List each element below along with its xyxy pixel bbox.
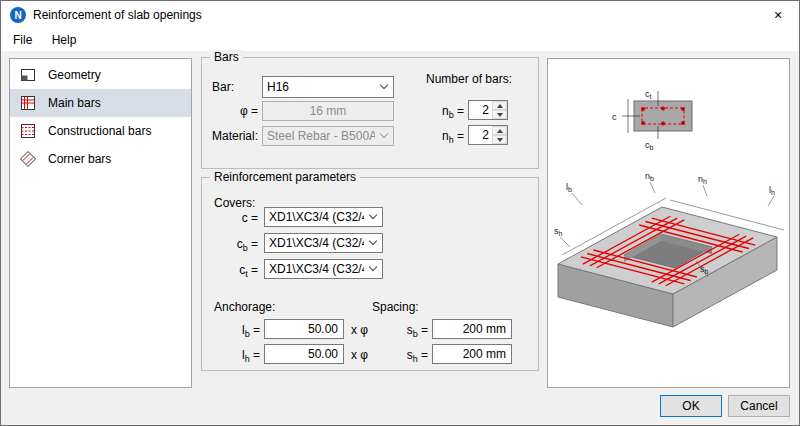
sidebar-item-label: Geometry — [48, 68, 101, 82]
ok-button[interactable]: OK — [660, 395, 722, 417]
sh-input[interactable] — [432, 344, 512, 364]
cover-cb-label: cb = — [218, 237, 258, 251]
triangle-up-icon — [497, 129, 503, 133]
close-icon: × — [774, 7, 782, 23]
nb-label: nb = — [428, 104, 464, 118]
bar-label: Bar: — [212, 80, 234, 94]
window-title: Reinforcement of slab openings — [33, 1, 202, 29]
chevron-down-icon — [380, 130, 388, 138]
sidebar-item-constructional-bars[interactable]: Constructional bars — [10, 117, 191, 145]
lh-suffix: x φ — [351, 348, 368, 362]
sidebar-item-geometry[interactable]: Geometry — [10, 61, 191, 89]
cover-cb-combobox[interactable]: XD1\XC3/4 (C32/40,( — [264, 233, 383, 253]
cover-c-label: c = — [218, 211, 258, 225]
sh-label: sh = — [396, 348, 428, 362]
nh-label: nh = — [428, 129, 464, 143]
category-list: Geometry Main bars Constructional bars — [9, 58, 192, 388]
lb-label: lb = — [228, 323, 260, 337]
spinner-buttons — [492, 126, 507, 144]
nb-spinner[interactable]: 2 — [468, 100, 508, 120]
material-label: Material: — [212, 129, 258, 143]
label-lh: lh — [769, 185, 775, 196]
spin-up-button[interactable] — [492, 126, 507, 135]
dialog-reinforcement-of-slab-openings: N Reinforcement of slab openings × File … — [0, 0, 800, 426]
spin-up-button[interactable] — [492, 101, 507, 110]
title-bar: N Reinforcement of slab openings × — [1, 1, 799, 29]
corner-bars-icon — [18, 149, 38, 169]
bars-group-title: Bars — [210, 50, 243, 64]
cancel-button[interactable]: Cancel — [728, 395, 790, 417]
spin-down-button[interactable] — [492, 135, 507, 144]
sidebar-item-label: Corner bars — [48, 152, 111, 166]
menu-file[interactable]: File — [5, 29, 40, 51]
spacing-label: Spacing: — [372, 300, 419, 314]
label-nb: nb — [645, 171, 654, 182]
lb-suffix: x φ — [351, 323, 368, 337]
sb-label: sb = — [396, 323, 428, 337]
app-logo-icon: N — [10, 7, 26, 23]
constructional-bars-icon — [18, 121, 38, 141]
menu-bar: File Help — [1, 29, 799, 51]
slab-preview-drawing: ct c cb — [548, 59, 789, 387]
lb-input[interactable] — [264, 319, 344, 339]
preview-panel: ct c cb — [547, 58, 790, 388]
chevron-down-icon — [369, 263, 377, 271]
label-cb: cb — [645, 140, 654, 151]
spin-down-button[interactable] — [492, 110, 507, 119]
label-c: c — [612, 112, 617, 122]
main-bars-icon — [18, 93, 38, 113]
reinforcement-parameters-group: Reinforcement parameters Covers: c = XD1… — [201, 177, 539, 371]
reinforcement-parameters-title: Reinforcement parameters — [210, 170, 360, 184]
nh-spinner[interactable]: 2 — [468, 125, 508, 145]
triangle-down-icon — [497, 113, 503, 117]
sb-input[interactable] — [432, 319, 512, 339]
nh-value: 2 — [469, 126, 492, 144]
cover-ct-label: ct = — [218, 263, 258, 277]
label-sh: sh — [554, 226, 563, 237]
triangle-down-icon — [497, 138, 503, 142]
covers-label: Covers: — [214, 196, 255, 210]
nb-value: 2 — [469, 101, 492, 119]
geometry-icon — [18, 65, 38, 85]
cover-cb-value: XD1\XC3/4 (C32/40,( — [269, 236, 364, 250]
anchorage-label: Anchorage: — [214, 300, 275, 314]
chevron-down-icon — [380, 81, 388, 89]
phi-label: φ = — [214, 104, 258, 118]
sidebar-item-main-bars[interactable]: Main bars — [10, 89, 191, 117]
cover-c-value: XD1\XC3/4 (C32/40,( — [269, 210, 364, 224]
cover-c-combobox[interactable]: XD1\XC3/4 (C32/40,( — [264, 207, 383, 227]
material-combobox: Steel Rebar - B500A, — [262, 126, 394, 146]
menu-help[interactable]: Help — [44, 29, 85, 51]
bars-group: Bars Bar: H16 Number of bars: φ = 16 mm … — [201, 57, 539, 169]
bar-value: H16 — [267, 80, 289, 94]
spinner-buttons — [492, 101, 507, 119]
phi-value-field: 16 mm — [262, 101, 394, 121]
lh-label: lh = — [228, 348, 260, 362]
chevron-down-icon — [369, 211, 377, 219]
bar-combobox[interactable]: H16 — [262, 76, 394, 98]
sidebar-item-label: Main bars — [48, 96, 101, 110]
chevron-down-icon — [369, 237, 377, 245]
label-ct: ct — [645, 89, 652, 100]
cover-ct-value: XD1\XC3/4 (C32/40,( — [269, 262, 364, 276]
lh-input[interactable] — [264, 344, 344, 364]
sidebar-item-corner-bars[interactable]: Corner bars — [10, 145, 191, 173]
section-detail: ct c cb — [612, 89, 692, 151]
sidebar-item-label: Constructional bars — [48, 124, 151, 138]
label-nh: nh — [698, 174, 707, 185]
label-lb: lb — [566, 182, 572, 193]
cover-ct-combobox[interactable]: XD1\XC3/4 (C32/40,( — [264, 259, 383, 279]
triangle-up-icon — [497, 104, 503, 108]
slab-3d — [558, 207, 777, 327]
material-value: Steel Rebar - B500A, — [267, 129, 375, 143]
number-of-bars-label: Number of bars: — [426, 72, 512, 86]
close-button[interactable]: × — [757, 1, 799, 29]
